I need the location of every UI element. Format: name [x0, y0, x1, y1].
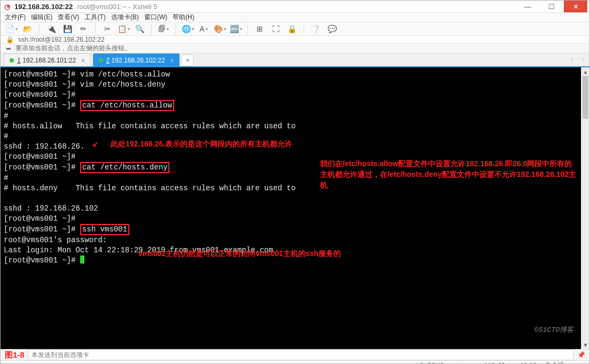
cut-icon[interactable]: ✂ [101, 22, 114, 35]
status-term-type: xterm [454, 362, 470, 365]
globe-icon[interactable]: 🌐 [181, 22, 194, 35]
highlight-cat-deny: cat /etc/hosts.deny [80, 162, 170, 173]
separator [39, 23, 40, 35]
hint-arrow-icon[interactable]: ➥ [6, 45, 11, 52]
fullscreen-icon[interactable]: ⛶ [269, 22, 282, 35]
separator [175, 23, 176, 35]
annotation-ssh-works: vms002主机仍然是可以正常的访问vms001主机的ssh服务的 [138, 248, 341, 259]
menu-window[interactable]: 窗口(W) [144, 13, 167, 22]
lock-icon[interactable]: 🔒 [285, 22, 298, 35]
titlebar: ◔ 192.168.26.102:22 root@vms001:~ - Xshe… [1, 1, 589, 13]
maximize-button[interactable]: ☐ [540, 1, 563, 12]
watermark: ©51CTO博客 [534, 325, 573, 335]
term-line: [root@vms001 ~]# [4, 90, 75, 99]
figure-label: 图1-8 [5, 350, 25, 360]
annotation-explanation: 我们在/etc/hosts.allow配置文件中设置允许192.168.26.即… [320, 158, 577, 190]
scroll-up-icon[interactable]: ▲ [583, 67, 588, 76]
pos-icon: ≡ [515, 362, 518, 365]
menu-file[interactable]: 文件(F) [5, 13, 26, 22]
tab-session-1[interactable]: 1 192.168.26.101:22 × [4, 53, 91, 66]
save-icon[interactable]: 💾 [61, 22, 74, 35]
tab-close-icon[interactable]: × [170, 57, 174, 64]
menu-tabs[interactable]: 选项卡(B) [111, 13, 139, 22]
tab-label: 192.168.26.101:22 [22, 57, 76, 64]
status-session-count: 2 会话 [546, 361, 564, 364]
add-tab-button[interactable]: + [182, 55, 193, 66]
menu-tools[interactable]: 工具(T) [84, 13, 105, 22]
separator [247, 23, 248, 35]
close-button[interactable]: ✕ [564, 1, 587, 12]
window-title-host: 192.168.26.102:22 [14, 3, 73, 11]
reconnect-icon[interactable]: 🔌 [45, 22, 58, 35]
term-line: # [4, 112, 8, 120]
term-line: # [4, 174, 8, 182]
hint-text: 要添加当前会话，点击左侧的箭头按钮。 [15, 44, 131, 53]
terminal-wrap: [root@vms001 ~]# vim /etc/hosts.allow [r… [1, 67, 589, 349]
compose-row: 图1-8 📌 [1, 349, 589, 360]
term-line: # [4, 132, 8, 141]
term-line: [root@vms001 ~]# [4, 214, 75, 223]
open-icon[interactable]: 📂 [21, 22, 34, 35]
hint-bar: ➥ 要添加当前会话，点击左侧的箭头按钮。 [1, 44, 589, 53]
new-session-icon[interactable]: 📄 [5, 22, 18, 35]
tab-hotkey: 1 [17, 57, 21, 64]
toolbar: 📄 📂 🔌 💾 ✏ ✂ 📋 🔍 🗐 🌐 A 🎨 🔤 ⊞ ⛶ 🔒 ❔ 💬 [1, 22, 589, 36]
lock-icon: 🔒 [417, 362, 425, 365]
term-line: [root@vms001 ~]# [4, 163, 80, 172]
status-dot-icon [10, 58, 14, 63]
compose-input[interactable] [28, 350, 574, 360]
term-line: sshd : 192.168.26. [4, 142, 84, 151]
term-line: sshd : 192.168.26.102 [4, 204, 98, 213]
annotation-allow-network: 此处192.168.26.表示的是这个网段内的所有主机都允许 [111, 138, 292, 149]
status-size: ↕ 118x22 [479, 362, 506, 365]
term-line: [root@vms001 ~]# [4, 225, 80, 234]
term-line: [root@vms001 ~]# [4, 101, 80, 110]
address-lock-icon: 🔒 [6, 36, 14, 43]
status-dot-icon [99, 58, 103, 63]
status-more-icon[interactable]: ∓ ▾ [574, 362, 584, 365]
window-title-app: root@vms001:~ - Xshell 5 [77, 3, 157, 11]
term-line: [root@vms001 ~]# vim /etc/hosts.deny [4, 80, 165, 89]
menu-view[interactable]: 查看(V) [58, 13, 79, 22]
print-icon[interactable]: 🗐 [157, 22, 170, 35]
scroll-track[interactable] [581, 76, 589, 340]
scroll-down-icon[interactable]: ▼ [583, 340, 588, 349]
layout-icon[interactable]: ⊞ [253, 22, 266, 35]
annotation-arrow-icon: ↙ [92, 139, 98, 149]
status-bar: 🔒 SSH2 xterm ↕ 118x22 ≡ 19,18 2 会话 ∓ ▾ [1, 360, 589, 364]
tab-close-icon[interactable]: × [81, 57, 84, 64]
highlight-ssh: ssh vms001 [80, 224, 129, 235]
font-icon[interactable]: A [197, 22, 210, 35]
menu-help[interactable]: 帮助(H) [173, 13, 195, 22]
separator [304, 23, 304, 35]
paste-icon[interactable]: 📋 [117, 22, 130, 35]
find-icon[interactable]: 🔍 [133, 22, 146, 35]
menubar: 文件(F) 编辑(E) 查看(V) 工具(T) 选项卡(B) 窗口(W) 帮助(… [1, 13, 589, 22]
term-line: # hosts.deny This file contains access r… [4, 184, 296, 192]
help-icon[interactable]: ❔ [309, 22, 322, 35]
tab-hotkey: 2 [106, 57, 110, 64]
tab-label: 192.168.26.102:22 [112, 57, 165, 64]
terminal[interactable]: [root@vms001 ~]# vim /etc/hosts.allow [r… [1, 67, 581, 349]
tab-scroll-indicator[interactable]: ‹ · › [571, 56, 586, 62]
minimize-button[interactable]: — [516, 1, 539, 12]
properties-icon[interactable]: ✏ [77, 22, 90, 35]
menu-edit[interactable]: 编辑(E) [31, 13, 52, 22]
app-icon: ◔ [3, 2, 11, 11]
term-line: root@vms001's password: [4, 236, 107, 244]
terminal-scrollbar[interactable]: ▲ ▼ [581, 67, 589, 349]
color-scheme-icon[interactable]: 🎨 [213, 22, 226, 35]
highlight-cat-allow: cat /etc/hosts.allow [80, 100, 174, 111]
feedback-icon[interactable]: 💬 [325, 22, 338, 35]
separator [95, 23, 96, 35]
address-bar: 🔒 [1, 36, 589, 44]
term-line: [root@vms001 ~]# [4, 256, 80, 265]
scroll-thumb[interactable] [583, 76, 588, 119]
size-icon: ↕ [479, 362, 483, 365]
cursor [80, 255, 84, 264]
address-input[interactable] [18, 36, 584, 43]
encoding-icon[interactable]: 🔤 [229, 22, 242, 35]
term-line: [root@vms001 ~]# [4, 152, 75, 161]
tab-session-2[interactable]: 2 192.168.26.102:22 × [93, 53, 180, 66]
pin-icon[interactable]: 📌 [577, 351, 585, 359]
